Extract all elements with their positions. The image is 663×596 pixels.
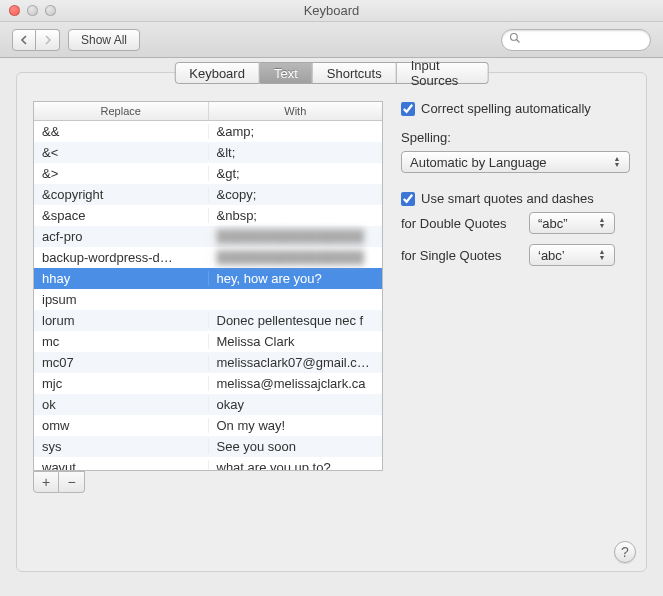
table-row[interactable]: &&&amp; [34,121,382,142]
tab-text[interactable]: Text [260,62,313,84]
spelling-select[interactable]: Automatic by Language ▲▼ [401,151,630,173]
cell-with: ████████████████ [208,229,383,244]
forward-button[interactable] [36,29,60,51]
double-quotes-select[interactable]: “abc” ▲▼ [529,212,615,234]
cell-with: what are you up to? [208,460,383,470]
table-row[interactable]: mjcmelissa@melissajclark.ca [34,373,382,394]
cell-with: melissaclark07@gmail.com [208,355,383,370]
cell-with: Melissa Clark [208,334,383,349]
smart-quotes-checkbox[interactable]: Use smart quotes and dashes [401,191,630,206]
table-row[interactable]: &>&gt; [34,163,382,184]
table-row[interactable]: &space&nbsp; [34,205,382,226]
add-button[interactable]: + [33,471,59,493]
cell-replace: omw [34,418,208,433]
cell-replace: mjc [34,376,208,391]
chevron-updown-icon: ▲▼ [609,154,625,170]
svg-line-1 [517,40,520,43]
cell-replace: hhay [34,271,208,286]
table-row[interactable]: sysSee you soon [34,436,382,457]
spelling-value: Automatic by Language [410,155,547,170]
cell-with: hey, how are you? [208,271,383,286]
cell-with: ████████████████ [208,250,383,265]
svg-point-0 [511,34,518,41]
cell-replace: wavut [34,460,208,470]
correct-spelling-checkbox[interactable]: Correct spelling automatically [401,101,630,116]
search-field[interactable] [501,29,651,51]
search-input[interactable] [525,33,663,47]
correct-spelling-input[interactable] [401,102,415,116]
table-row[interactable]: ipsum [34,289,382,310]
cell-with: melissa@melissajclark.ca [208,376,383,391]
cell-with: Donec pellentesque nec f [208,313,383,328]
cell-replace: backup-wordpress-d… [34,250,208,265]
cell-replace: && [34,124,208,139]
correct-spelling-label: Correct spelling automatically [421,101,591,116]
table-row[interactable]: &copyright&copy; [34,184,382,205]
cell-with: &lt; [208,145,383,160]
cell-with: See you soon [208,439,383,454]
table-row[interactable]: okokay [34,394,382,415]
column-header-replace[interactable]: Replace [34,102,209,120]
table-row[interactable]: mcMelissa Clark [34,331,382,352]
show-all-button[interactable]: Show All [68,29,140,51]
tab-shortcuts[interactable]: Shortcuts [313,62,397,84]
table-row[interactable]: acf-pro████████████████ [34,226,382,247]
cell-replace: &< [34,145,208,160]
cell-with: &amp; [208,124,383,139]
table-row[interactable]: omwOn my way! [34,415,382,436]
table-row[interactable]: backup-wordpress-d…████████████████ [34,247,382,268]
spelling-label: Spelling: [401,130,630,145]
table-row[interactable]: &<&lt; [34,142,382,163]
chevron-updown-icon: ▲▼ [594,215,610,231]
cell-replace: &> [34,166,208,181]
text-replacement-table[interactable]: Replace With &&&amp;&<&lt;&>&gt;&copyrig… [33,101,383,471]
cell-replace: ok [34,397,208,412]
cell-with: &nbsp; [208,208,383,223]
cell-with: okay [208,397,383,412]
table-row[interactable]: hhayhey, how are you? [34,268,382,289]
help-button[interactable]: ? [614,541,636,563]
cell-with: &gt; [208,166,383,181]
window-title: Keyboard [0,3,663,18]
cell-replace: acf-pro [34,229,208,244]
cell-replace: &copyright [34,187,208,202]
back-button[interactable] [12,29,36,51]
table-row[interactable]: lorumDonec pellentesque nec f [34,310,382,331]
search-icon [509,32,521,47]
cell-with: On my way! [208,418,383,433]
smart-quotes-input[interactable] [401,192,415,206]
cell-replace: lorum [34,313,208,328]
smart-quotes-label: Use smart quotes and dashes [421,191,594,206]
tab-input-sources[interactable]: Input Sources [397,62,489,84]
single-quotes-label: for Single Quotes [401,248,521,263]
chevron-updown-icon: ▲▼ [594,247,610,263]
cell-with: &copy; [208,187,383,202]
double-quotes-value: “abc” [538,216,568,231]
tab-keyboard[interactable]: Keyboard [174,62,260,84]
cell-replace: mc [34,334,208,349]
table-row[interactable]: mc07melissaclark07@gmail.com [34,352,382,373]
cell-replace: ipsum [34,292,208,307]
table-row[interactable]: wavutwhat are you up to? [34,457,382,470]
cell-replace: &space [34,208,208,223]
cell-replace: mc07 [34,355,208,370]
double-quotes-label: for Double Quotes [401,216,521,231]
single-quotes-value: ‘abc’ [538,248,565,263]
single-quotes-select[interactable]: ‘abc’ ▲▼ [529,244,615,266]
remove-button[interactable]: − [59,471,85,493]
column-header-with[interactable]: With [209,102,383,120]
cell-replace: sys [34,439,208,454]
